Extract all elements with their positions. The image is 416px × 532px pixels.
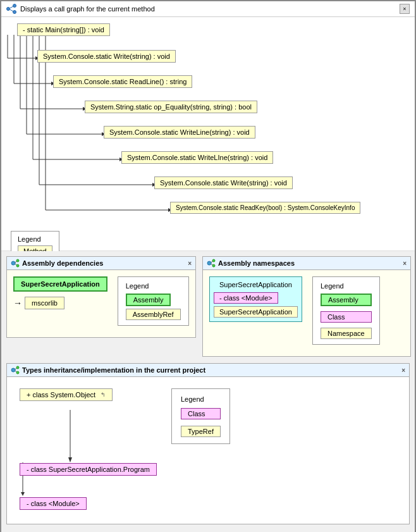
assembly-deps-icon — [11, 259, 20, 268]
legend-title: Legend — [18, 235, 52, 243]
types-inheritance-title-bar: Types inheritance/implementation in the … — [7, 364, 409, 377]
call-node-2[interactable]: System.Console.static ReadLine() : strin… — [53, 75, 192, 88]
svg-point-31 — [207, 261, 211, 265]
system-object-node[interactable]: + class System.Object ↰ — [20, 388, 113, 401]
call-graph-area: - static Main(string[]) : void System.Co… — [1, 17, 415, 251]
types-legend: Legend Class TypeRef — [171, 388, 230, 444]
types-class-badge: Class — [181, 408, 221, 419]
ns-legend-title: Legend — [321, 282, 372, 290]
svg-point-0 — [7, 8, 10, 11]
assembly-legend-items: Assembly AssemblyRef — [126, 294, 181, 320]
call-node-3[interactable]: System.String.static op_Equality(string,… — [85, 101, 257, 113]
assembly-namespaces-panel: Assembly namespaces × SuperSecretApplica… — [202, 256, 411, 357]
svg-line-3 — [10, 6, 14, 8]
title-bar: Displays a call graph for the current me… — [1, 1, 415, 17]
assembly-badge: Assembly — [126, 294, 171, 306]
types-inheritance-panel: Types inheritance/implementation in the … — [6, 363, 410, 524]
mscorlib-row: → mscorlib — [13, 297, 64, 309]
assembly-ns-icon — [207, 259, 216, 268]
call-node-6[interactable]: System.Console.static Write(string) : vo… — [154, 176, 293, 189]
window-title: Displays a call graph for the current me… — [20, 5, 396, 13]
namespace-badge: Namespace — [321, 328, 372, 339]
self-ref-indicator: ↰ — [101, 392, 106, 398]
svg-line-30 — [15, 264, 17, 265]
svg-marker-45 — [21, 492, 25, 496]
ns-assembly-badge: Assembly — [321, 294, 372, 306]
svg-point-1 — [13, 4, 16, 8]
assembly-legend: Legend Assembly AssemblyRef — [118, 276, 189, 326]
types-inheritance-content: + class System.Object ↰ - class SuperSec… — [7, 377, 409, 516]
assembly-namespaces-title-bar: Assembly namespaces × — [203, 257, 410, 270]
assembly-legend-title: Legend — [126, 282, 181, 290]
svg-line-39 — [15, 368, 17, 369]
svg-line-40 — [15, 371, 17, 372]
program-node[interactable]: - class SuperSecretApplication.Program — [20, 463, 157, 476]
assembly-nodes: SuperSecretApplication → mscorlib — [13, 276, 107, 309]
module2-node[interactable]: - class <Module> — [20, 497, 87, 510]
call-node-4[interactable]: System.Console.static WriteLine(string) … — [104, 126, 255, 139]
window-close-button[interactable]: × — [400, 4, 410, 14]
assembly-namespaces-content: SuperSecretApplication - class <Module> … — [203, 270, 410, 351]
assembly-dependencies-title-bar: Assembly dependencies × — [7, 257, 195, 270]
svg-point-26 — [11, 261, 15, 265]
ns-class-badge: Class — [321, 311, 372, 323]
call-node-7[interactable]: System.Console.static ReadKey(bool) : Sy… — [170, 202, 360, 214]
namespace-box: SuperSecretApplication - class <Module> … — [209, 276, 302, 322]
assembly-dependencies-close[interactable]: × — [188, 260, 192, 267]
svg-line-35 — [211, 264, 213, 265]
assembly-namespaces-title: Assembly namespaces — [218, 259, 295, 267]
svg-line-4 — [10, 9, 14, 11]
ns-legend: Legend Assembly Class Namespace — [312, 276, 380, 345]
types-legend-title: Legend — [181, 395, 221, 403]
assembly-dependencies-content: SuperSecretApplication → mscorlib Legend… — [7, 270, 195, 332]
svg-line-34 — [211, 261, 213, 263]
mscorlib-arrow: → — [13, 298, 22, 308]
ns-legend-items: Assembly Class Namespace — [321, 294, 372, 339]
call-node-5[interactable]: System.Console.static WriteLIne(string) … — [121, 151, 273, 164]
types-legend-items: Class TypeRef — [181, 408, 221, 437]
call-node-0[interactable]: - static Main(string[]) : void — [17, 23, 110, 36]
assembly-dependencies-panel: Assembly dependencies × SuperSecretAppli… — [6, 256, 196, 338]
types-inheritance-close[interactable]: × — [401, 367, 405, 374]
assembly-dependencies-title: Assembly dependencies — [22, 259, 103, 267]
svg-line-29 — [15, 261, 17, 263]
module-item[interactable]: - class <Module> — [214, 292, 278, 304]
svg-point-36 — [11, 368, 15, 372]
panels-area: Assembly dependencies × SuperSecretAppli… — [1, 251, 415, 532]
assemblyref-badge: AssemblyRef — [126, 309, 181, 320]
main-window: Displays a call graph for the current me… — [0, 0, 416, 532]
supersecret-app-node[interactable]: SuperSecretApplication — [13, 276, 107, 292]
call-node-1[interactable]: System.Console.static Write(string) : vo… — [37, 50, 176, 63]
types-icon — [11, 366, 20, 374]
mscorlib-node[interactable]: mscorlib — [25, 297, 64, 309]
namespace-title: SuperSecretApplication — [214, 281, 298, 288]
call-graph-icon — [6, 4, 16, 14]
svg-marker-43 — [68, 457, 72, 462]
supersecret-ns-item[interactable]: SuperSecretApplication — [214, 306, 298, 318]
types-typeref-badge: TypeRef — [181, 426, 221, 437]
types-inheritance-title: Types inheritance/implementation in the … — [22, 366, 205, 374]
assembly-namespaces-close[interactable]: × — [403, 260, 407, 267]
svg-point-2 — [13, 11, 16, 14]
